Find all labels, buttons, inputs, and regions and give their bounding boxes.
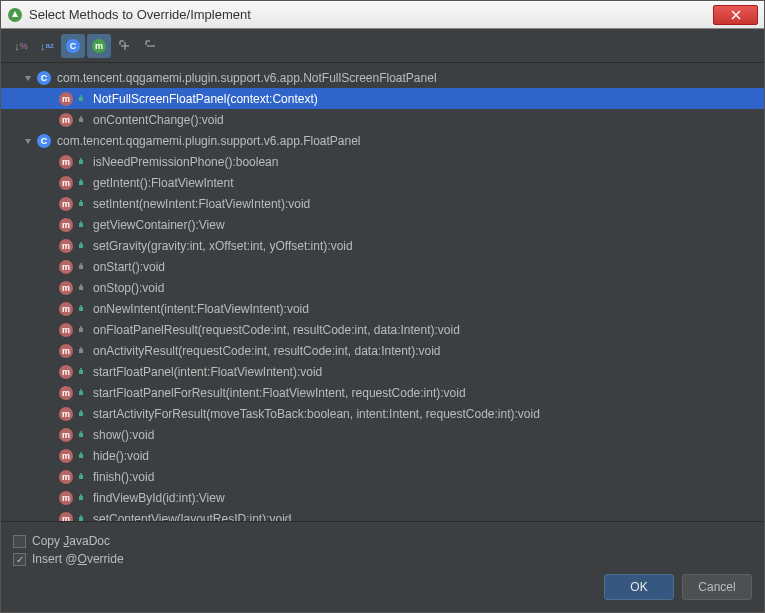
method-signature: getIntent():FloatViewIntent <box>93 176 234 190</box>
method-icon: m <box>59 512 73 522</box>
method-icon: m <box>59 239 73 253</box>
method-signature: getViewContainer():View <box>93 218 225 232</box>
app-icon <box>7 7 23 23</box>
visibility-icon <box>77 304 87 314</box>
method-node[interactable]: m hide():void <box>1 445 764 466</box>
class-node[interactable]: C com.tencent.qqgamemi.plugin.support.v6… <box>1 130 764 151</box>
method-icon: m <box>59 386 73 400</box>
method-icon: m <box>59 197 73 211</box>
method-signature: startActivityForResult(moveTaskToBack:bo… <box>93 407 540 421</box>
method-icon: m <box>59 449 73 463</box>
method-signature: startFloatPanel(intent:FloatViewIntent):… <box>93 365 322 379</box>
visibility-icon <box>77 283 87 293</box>
svg-point-31 <box>80 431 82 433</box>
svg-point-7 <box>80 179 82 181</box>
svg-point-15 <box>80 263 82 265</box>
svg-point-13 <box>80 242 82 244</box>
class-name: com.tencent.qqgamemi.plugin.support.v6.a… <box>57 134 361 148</box>
sort-visibility-button[interactable]: ↓% <box>9 34 33 58</box>
svg-rect-14 <box>79 244 83 248</box>
method-node[interactable]: m finish():void <box>1 466 764 487</box>
method-icon: m <box>59 302 73 316</box>
svg-point-1 <box>80 95 82 97</box>
class-icon: C <box>37 71 51 85</box>
filter-class-button[interactable]: C <box>61 34 85 58</box>
method-node[interactable]: m getIntent():FloatViewIntent <box>1 172 764 193</box>
method-signature: onStop():void <box>93 281 164 295</box>
svg-rect-26 <box>79 370 83 374</box>
method-node[interactable]: m onStop():void <box>1 277 764 298</box>
visibility-icon <box>77 178 87 188</box>
visibility-icon <box>77 94 87 104</box>
method-node[interactable]: m onFloatPanelResult(requestCode:int, re… <box>1 319 764 340</box>
svg-rect-32 <box>79 433 83 437</box>
method-icon: m <box>59 491 73 505</box>
svg-rect-6 <box>79 160 83 164</box>
visibility-icon <box>77 472 87 482</box>
visibility-icon <box>77 325 87 335</box>
method-node[interactable]: m setIntent(newIntent:FloatViewIntent):v… <box>1 193 764 214</box>
method-signature: finish():void <box>93 470 154 484</box>
visibility-icon <box>77 514 87 522</box>
method-icon: m <box>59 407 73 421</box>
svg-point-21 <box>80 326 82 328</box>
visibility-icon <box>77 430 87 440</box>
svg-point-39 <box>80 515 82 517</box>
svg-point-19 <box>80 305 82 307</box>
filter-method-button[interactable]: m <box>87 34 111 58</box>
expand-all-button[interactable] <box>113 34 137 58</box>
method-node[interactable]: m findViewById(id:int):View <box>1 487 764 508</box>
titlebar: Select Methods to Override/Implement <box>1 1 764 29</box>
method-node[interactable]: m onActivityResult(requestCode:int, resu… <box>1 340 764 361</box>
class-icon: C <box>37 134 51 148</box>
svg-rect-12 <box>79 223 83 227</box>
method-node[interactable]: m show():void <box>1 424 764 445</box>
visibility-icon <box>77 346 87 356</box>
method-signature: startFloatPanelForResult(intent:FloatVie… <box>93 386 466 400</box>
copy-javadoc-checkbox[interactable]: Copy JavaDoc <box>13 534 752 548</box>
method-node[interactable]: m setGravity(gravity:int, xOffset:int, y… <box>1 235 764 256</box>
method-tree[interactable]: C com.tencent.qqgamemi.plugin.support.v6… <box>1 63 764 521</box>
visibility-icon <box>77 451 87 461</box>
svg-rect-22 <box>79 328 83 332</box>
class-name: com.tencent.qqgamemi.plugin.support.v6.a… <box>57 71 437 85</box>
svg-rect-40 <box>79 517 83 521</box>
visibility-icon <box>77 262 87 272</box>
insert-override-checkbox[interactable]: Insert @Override <box>13 552 752 566</box>
method-node[interactable]: m setContentView(layoutResID:int):void <box>1 508 764 521</box>
svg-rect-4 <box>79 118 83 122</box>
method-node[interactable]: m startFloatPanel(intent:FloatViewIntent… <box>1 361 764 382</box>
visibility-icon <box>77 493 87 503</box>
method-icon: m <box>59 218 73 232</box>
collapse-all-button[interactable] <box>139 34 163 58</box>
copy-javadoc-label: Copy JavaDoc <box>32 534 110 548</box>
toolbar: ↓% ↓az C m <box>1 29 764 63</box>
ok-button[interactable]: OK <box>604 574 674 600</box>
insert-override-label: Insert @Override <box>32 552 124 566</box>
svg-rect-28 <box>79 391 83 395</box>
method-node[interactable]: m startFloatPanelForResult(intent:FloatV… <box>1 382 764 403</box>
close-button[interactable] <box>713 5 758 25</box>
svg-point-23 <box>80 347 82 349</box>
dialog-window: Select Methods to Override/Implement ↓% … <box>0 0 765 613</box>
method-node[interactable]: m startActivityForResult(moveTaskToBack:… <box>1 403 764 424</box>
method-node[interactable]: m onContentChange():void <box>1 109 764 130</box>
cancel-button[interactable]: Cancel <box>682 574 752 600</box>
method-node[interactable]: m getViewContainer():View <box>1 214 764 235</box>
sort-alpha-button[interactable]: ↓az <box>35 34 59 58</box>
method-node[interactable]: m NotFullScreenFloatPanel(context:Contex… <box>1 88 764 109</box>
svg-rect-8 <box>79 181 83 185</box>
method-icon: m <box>59 260 73 274</box>
svg-point-17 <box>80 284 82 286</box>
checkbox-icon <box>13 553 26 566</box>
expand-icon <box>23 136 33 146</box>
method-signature: NotFullScreenFloatPanel(context:Context) <box>93 92 318 106</box>
method-node[interactable]: m onStart():void <box>1 256 764 277</box>
class-node[interactable]: C com.tencent.qqgamemi.plugin.support.v6… <box>1 67 764 88</box>
svg-point-3 <box>80 116 82 118</box>
method-node[interactable]: m isNeedPremissionPhone():boolean <box>1 151 764 172</box>
window-title: Select Methods to Override/Implement <box>29 7 713 22</box>
method-node[interactable]: m onNewIntent(intent:FloatViewIntent):vo… <box>1 298 764 319</box>
method-icon: m <box>59 92 73 106</box>
method-signature: hide():void <box>93 449 149 463</box>
